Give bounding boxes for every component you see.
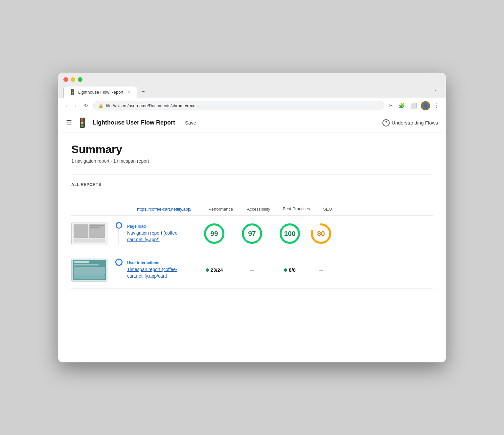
nav-seo-value: 80 (317, 230, 325, 238)
nav-performance-score: 99 (196, 222, 232, 245)
col-header-performance: Performance (203, 207, 239, 212)
tab-title: Lighthouse Flow Report (78, 90, 123, 95)
col-header-accessibility: Accessibility (239, 207, 278, 212)
timespan-report-info: User interactions Timespan report (coffe… (127, 261, 196, 279)
nav-report-info: Page load Navigation report (coffee-cart… (127, 224, 196, 243)
sidebar-button[interactable]: ⬜ (409, 101, 418, 110)
nav-report-link[interactable]: Navigation report (coffee-cart.netlify.a… (127, 230, 179, 242)
avatar[interactable]: 👤 (421, 101, 430, 110)
minimize-button[interactable] (71, 77, 75, 82)
timeline-connector-2: 🕐 (111, 259, 127, 282)
lock-icon: 🔒 (98, 103, 103, 108)
tabs-bar: 🚦 Lighthouse Flow Report × + ˅ (63, 86, 441, 98)
nav-seo-score: 80 (308, 222, 334, 245)
timespan-performance-score: 23/24 (196, 267, 232, 273)
forward-button[interactable]: › (73, 101, 79, 110)
section-divider-2 (71, 195, 433, 195)
title-bar: 🚦 Lighthouse Flow Report × + ˅ (58, 73, 446, 98)
nav-a11y-value: 97 (248, 230, 256, 238)
all-reports-label: ALL REPORTS (71, 182, 433, 187)
close-button[interactable] (63, 77, 68, 82)
main-content: Summary 1 navigation report · 1 timespan… (58, 132, 446, 362)
timespan-bestpractices-score: 8/8 (272, 267, 308, 273)
timespan-thumbnail (71, 259, 107, 282)
extensions-button[interactable]: 🧩 (397, 101, 406, 110)
reload-button[interactable]: ↻ (82, 101, 90, 110)
timespan-a11y-dash: – (250, 266, 254, 274)
understanding-flows-button[interactable]: ? Understanding Flows (382, 119, 438, 126)
timespan-perf-value: 23/24 (211, 267, 223, 273)
menu-icon[interactable]: ☰ (66, 119, 72, 127)
help-circle-icon: ? (382, 119, 390, 126)
app-title: Lighthouse User Flow Report (93, 119, 175, 126)
summary-title: Summary (71, 143, 433, 156)
timeline-line (119, 229, 119, 245)
url-text: file:///Users/username/Documents/chrome/… (106, 103, 199, 108)
nav-accessibility-score: 97 (232, 222, 272, 245)
lighthouse-logo: 🚦 (77, 117, 88, 128)
timespan-seo-score: – (308, 266, 334, 274)
score-dot-perf (206, 268, 209, 272)
timeline-connector-1 (111, 222, 127, 245)
timespan-accessibility-score: – (232, 266, 272, 274)
tab-dropdown-button[interactable]: ˅ (430, 86, 441, 98)
nav-thumbnail (71, 222, 107, 245)
col-header-best-practices: Best Practices (278, 206, 314, 212)
nav-bestpractices-score: 100 (272, 222, 308, 245)
tab-close-button[interactable]: × (126, 89, 132, 95)
timespan-report-link[interactable]: Timespan report (coffee-cart.netlify.app… (127, 267, 177, 279)
table-header: https://coffee-cart.netlify.app/ Perform… (71, 203, 433, 216)
timeline-dot (116, 222, 122, 229)
browser-window: 🚦 Lighthouse Flow Report × + ˅ ‹ › ↻ 🔒 f… (58, 73, 446, 362)
new-tab-button[interactable]: + (137, 86, 149, 98)
more-button[interactable]: ⋮ (433, 101, 441, 110)
active-tab[interactable]: 🚦 Lighthouse Flow Report × (63, 86, 137, 98)
col-header-seo: SEO (314, 207, 341, 212)
scissors-button[interactable]: ✂ (388, 101, 395, 110)
understanding-flows-label: Understanding Flows (392, 120, 438, 126)
back-button[interactable]: ‹ (63, 101, 69, 110)
save-button[interactable]: Save (185, 120, 196, 126)
timespan-type-label: User interactions (127, 261, 196, 265)
col-header-url[interactable]: https://coffee-cart.netlify.app/ (137, 207, 203, 212)
table-row: 🕐 User interactions Timespan report (cof… (71, 252, 433, 288)
url-bar[interactable]: 🔒 file:///Users/username/Documents/chrom… (93, 101, 384, 110)
score-dot-bp (284, 268, 287, 272)
maximize-button[interactable] (78, 77, 82, 82)
timeline-clock: 🕐 (115, 259, 123, 266)
timespan-bp-value: 8/8 (289, 267, 296, 273)
window-controls (63, 77, 441, 82)
address-bar: ‹ › ↻ 🔒 file:///Users/username/Documents… (58, 98, 446, 113)
nav-bp-value: 100 (284, 230, 295, 238)
app-header: ☰ 🚦 Lighthouse User Flow Report Save ? U… (58, 113, 446, 132)
nav-type-label: Page load (127, 224, 196, 229)
browser-actions: ✂ 🧩 ⬜ 👤 ⋮ (388, 101, 441, 110)
summary-subtitle: 1 navigation report · 1 timespan report (71, 158, 433, 164)
table-row: Page load Navigation report (coffee-cart… (71, 216, 433, 252)
tab-lighthouse-icon: 🚦 (69, 89, 76, 95)
section-divider (71, 174, 433, 174)
nav-perf-value: 99 (210, 230, 218, 238)
timespan-seo-dash: – (319, 266, 323, 274)
